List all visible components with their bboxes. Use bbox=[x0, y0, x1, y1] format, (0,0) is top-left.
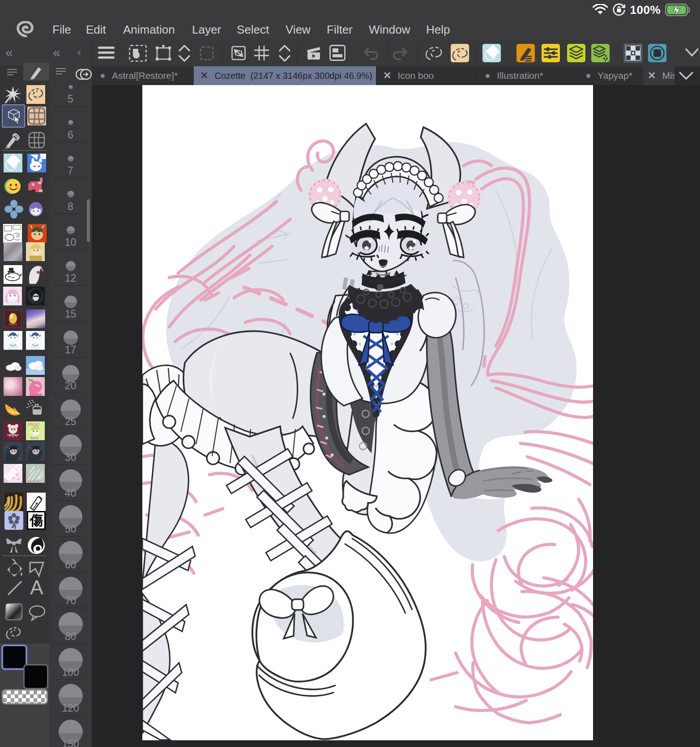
svg-text:FROG: FROG bbox=[28, 422, 39, 427]
svg-text:holding: holding bbox=[28, 479, 39, 483]
svg-text:kero: kero bbox=[30, 436, 38, 440]
